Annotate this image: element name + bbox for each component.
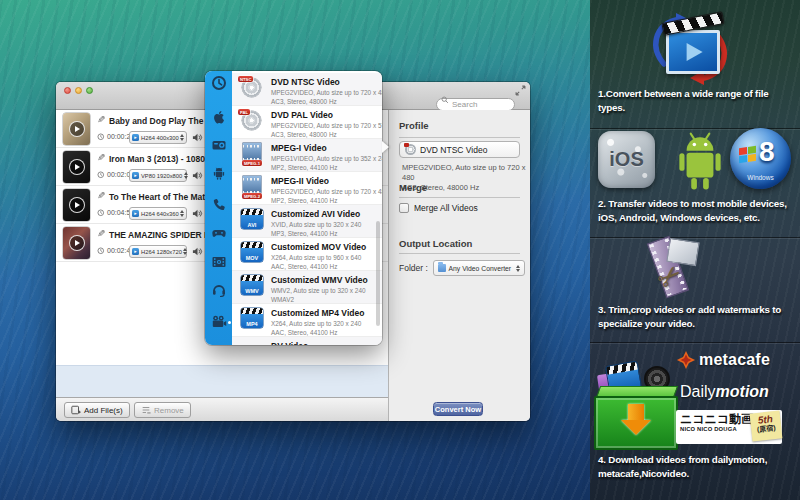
media-player-icon[interactable] — [211, 137, 227, 153]
format-badge: MOV — [246, 255, 259, 261]
format-list-item[interactable]: AVI Customized AVI Video XVID, Auto size… — [232, 205, 382, 238]
play-overlay-icon[interactable] — [69, 121, 85, 137]
profile-formats-popover: NTSC DVD NTSC Video MPEG2VIDEO, Auto siz… — [205, 71, 382, 345]
metacafe-logo: metacafe — [676, 350, 770, 370]
output-format-dropdown[interactable]: ▸ H264 400x300 — [129, 131, 187, 144]
edit-pencil-icon[interactable]: ✎ — [97, 190, 105, 201]
traffic-lights — [64, 87, 93, 94]
stepper-arrows-icon — [514, 265, 522, 272]
play-overlay-icon[interactable] — [69, 235, 85, 251]
format-list-item[interactable]: WMV Customized WMV Video WMV2, Auto size… — [232, 271, 382, 304]
add-file-icon — [71, 405, 81, 415]
speaker-icon[interactable] — [192, 208, 203, 219]
clock-icon — [97, 133, 105, 141]
merge-label: Merge — [399, 182, 427, 193]
format-list-item[interactable]: MP4 Customized MP4 Video X264, Auto size… — [232, 304, 382, 337]
speaker-icon[interactable] — [192, 132, 203, 143]
minimize-button[interactable] — [75, 87, 82, 94]
format-type-icon: AVI — [240, 209, 264, 231]
format-value: H264 640x360 — [141, 211, 179, 217]
active-category-dot — [228, 321, 231, 324]
format-value: H264 1280x720 — [141, 249, 182, 255]
search-field[interactable] — [436, 93, 515, 106]
add-files-label: Add File(s) — [84, 406, 123, 415]
game-controller-icon[interactable] — [211, 225, 227, 241]
format-list-item[interactable]: NTSC DVD NTSC Video MPEG2VIDEO, Auto siz… — [232, 73, 382, 106]
video-thumbnail[interactable] — [63, 151, 90, 183]
output-location-label: Output Location — [399, 238, 472, 249]
movie-camera-icon[interactable] — [211, 314, 227, 330]
convert-now-button[interactable]: Convert Now — [433, 402, 483, 416]
trim-crop-icon: ✂ — [628, 238, 706, 302]
add-files-button[interactable]: Add File(s) — [64, 402, 130, 418]
output-format-dropdown[interactable]: ▸ H264 1280x720 — [129, 245, 187, 258]
merge-all-checkbox[interactable] — [399, 203, 409, 213]
phone-icon[interactable] — [211, 197, 227, 213]
merge-all-checkbox-row[interactable]: Merge All Videos — [399, 203, 478, 213]
speaker-icon[interactable] — [192, 170, 203, 181]
format-desc-line2: MP2, Stereo, 44100 Hz — [271, 197, 376, 205]
promo-caption-2: 2. Transfer videos to most mobile device… — [598, 197, 798, 225]
format-mini-icon: ▸ — [132, 210, 139, 217]
box-front — [594, 396, 678, 450]
format-name: MPEG-I Video — [271, 143, 376, 153]
zoom-button[interactable] — [86, 87, 93, 94]
format-name: MPEG-II Video — [271, 176, 376, 186]
format-list-item[interactable]: MOV Customized MOV Video X264, Auto size… — [232, 238, 382, 271]
fullscreen-icon[interactable] — [515, 85, 526, 96]
edit-pencil-icon[interactable]: ✎ — [97, 114, 105, 125]
windows-flag-icon — [739, 146, 756, 163]
film-frame-icon[interactable] — [211, 254, 227, 270]
clock-icon[interactable] — [211, 75, 227, 91]
format-name: DVD PAL Video — [271, 110, 376, 120]
edit-pencil-icon[interactable]: ✎ — [97, 228, 105, 239]
promo-caption-1: 1.Convert between a wide range of filety… — [598, 87, 798, 115]
format-type-icon: MP4 — [240, 308, 264, 330]
output-format-dropdown[interactable]: ▸ H264 640x360 — [129, 207, 187, 220]
format-desc-line1: MPEG2VIDEO, Auto size up to 720 x 576 — [271, 122, 376, 130]
promo-divider — [590, 342, 800, 344]
video-thumbnail[interactable] — [63, 189, 90, 221]
format-desc-line1: X264, Auto size up to 320 x 240 — [271, 320, 364, 328]
format-badge: AVI — [248, 222, 257, 228]
android-icon[interactable] — [211, 165, 227, 181]
remove-button[interactable]: Remove — [134, 402, 191, 418]
promo-caption-4: 4. Download videos from dailymotion,meta… — [598, 453, 798, 481]
video-screen-icon — [666, 30, 720, 74]
play-overlay-icon[interactable] — [69, 159, 85, 175]
play-overlay-icon[interactable] — [69, 197, 85, 213]
video-thumbnail[interactable] — [63, 227, 90, 259]
format-name: Customized AVI Video — [271, 209, 361, 219]
folder-dropdown[interactable]: Any Video Converter — [433, 260, 525, 276]
popover-scrollbar[interactable] — [376, 221, 380, 326]
profile-dropdown[interactable]: DVD NTSC Video — [399, 141, 520, 158]
format-desc-line2: WMAV2 — [271, 296, 368, 304]
output-folder-row: Folder : Any Video Converter — [399, 260, 525, 276]
format-type-icon — [240, 341, 264, 345]
format-desc-line1: MPEG2VIDEO, Auto size up to 720 x 480 — [271, 89, 376, 97]
format-desc-line1: MPEG2VIDEO, Auto size up to 720 x 480 — [271, 188, 376, 196]
output-format-dropdown[interactable]: ▸ VP80 1920x800 — [129, 169, 187, 182]
profile-value: DVD NTSC Video — [420, 145, 487, 155]
popover-category-sidebar — [205, 71, 232, 345]
format-desc-line2: AC3, Stereo, 48000 Hz — [271, 131, 376, 139]
video-thumbnail[interactable] — [63, 113, 90, 145]
format-badge: MPEG-2 — [242, 193, 262, 199]
format-desc-line1: MPEG1VIDEO, Auto size up to 352 x 240 — [271, 155, 376, 163]
apple-icon[interactable] — [211, 109, 227, 125]
format-list-item[interactable]: PAL DVD PAL Video MPEG2VIDEO, Auto size … — [232, 106, 382, 139]
headset-icon[interactable] — [211, 282, 227, 298]
format-list-item[interactable]: MPEG-1 MPEG-I Video MPEG1VIDEO, Auto siz… — [232, 139, 382, 172]
search-icon — [441, 96, 449, 104]
folder-label: Folder : — [399, 263, 428, 273]
close-button[interactable] — [64, 87, 71, 94]
format-badge: WMV — [245, 288, 258, 294]
format-type-icon: MPEG-1 — [240, 143, 264, 165]
edit-pencil-icon[interactable]: ✎ — [97, 152, 105, 163]
speaker-icon[interactable] — [192, 246, 203, 257]
format-list-item[interactable]: DV Video — [232, 337, 382, 345]
format-desc-line1: X264, Auto size up to 960 x 640 — [271, 254, 366, 262]
format-name: Customized WMV Video — [271, 275, 368, 285]
format-list-item[interactable]: MPEG-2 MPEG-II Video MPEG2VIDEO, Auto si… — [232, 172, 382, 205]
format-mini-icon: ▸ — [132, 248, 139, 255]
